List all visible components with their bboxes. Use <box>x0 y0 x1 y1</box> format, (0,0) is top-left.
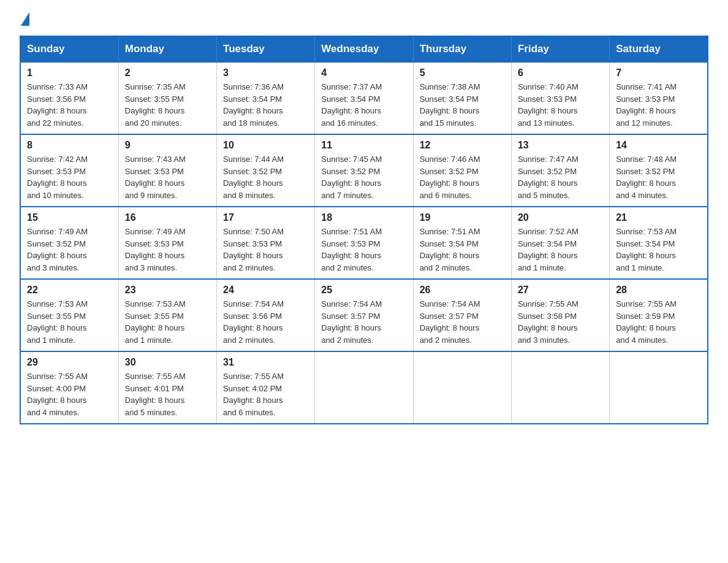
day-info: Sunrise: 7:33 AMSunset: 3:56 PMDaylight:… <box>27 82 88 128</box>
day-info: Sunrise: 7:42 AMSunset: 3:53 PMDaylight:… <box>27 155 88 200</box>
calendar-cell: 6 Sunrise: 7:40 AMSunset: 3:53 PMDayligh… <box>511 62 609 134</box>
day-info: Sunrise: 7:55 AMSunset: 3:58 PMDaylight:… <box>518 299 578 345</box>
calendar-cell: 31 Sunrise: 7:55 AMSunset: 4:02 PMDaylig… <box>217 351 315 424</box>
day-info: Sunrise: 7:54 AMSunset: 3:56 PMDaylight:… <box>223 299 284 345</box>
day-info: Sunrise: 7:53 AMSunset: 3:55 PMDaylight:… <box>125 299 186 345</box>
day-info: Sunrise: 7:43 AMSunset: 3:53 PMDaylight:… <box>125 155 186 200</box>
day-number: 15 <box>27 212 112 223</box>
calendar-week-row: 29 Sunrise: 7:55 AMSunset: 4:00 PMDaylig… <box>20 351 708 424</box>
day-number: 20 <box>518 212 603 223</box>
calendar-table: SundayMondayTuesdayWednesdayThursdayFrid… <box>20 36 708 424</box>
day-info: Sunrise: 7:50 AMSunset: 3:53 PMDaylight:… <box>223 227 284 272</box>
day-info: Sunrise: 7:38 AMSunset: 3:54 PMDaylight:… <box>420 82 480 128</box>
calendar-cell: 7 Sunrise: 7:41 AMSunset: 3:53 PMDayligh… <box>610 62 708 134</box>
logo-triangle-icon <box>21 12 29 26</box>
calendar-cell: 9 Sunrise: 7:43 AMSunset: 3:53 PMDayligh… <box>118 134 216 207</box>
day-number: 7 <box>616 67 701 79</box>
calendar-week-row: 15 Sunrise: 7:49 AMSunset: 3:52 PMDaylig… <box>20 207 708 279</box>
weekday-header-friday: Friday <box>511 36 609 62</box>
calendar-cell: 23 Sunrise: 7:53 AMSunset: 3:55 PMDaylig… <box>118 279 216 351</box>
day-number: 4 <box>321 67 406 79</box>
day-info: Sunrise: 7:55 AMSunset: 4:02 PMDaylight:… <box>223 372 284 417</box>
day-number: 21 <box>616 212 701 223</box>
logo-top <box>20 15 29 26</box>
day-number: 6 <box>518 67 603 79</box>
weekday-header-saturday: Saturday <box>610 36 708 62</box>
day-number: 28 <box>616 285 701 296</box>
weekday-header-wednesday: Wednesday <box>315 36 413 62</box>
calendar-cell: 19 Sunrise: 7:51 AMSunset: 3:54 PMDaylig… <box>413 207 511 279</box>
calendar-cell: 26 Sunrise: 7:54 AMSunset: 3:57 PMDaylig… <box>413 279 511 351</box>
calendar-cell: 17 Sunrise: 7:50 AMSunset: 3:53 PMDaylig… <box>217 207 315 279</box>
weekday-header-monday: Monday <box>118 36 216 62</box>
calendar-cell: 24 Sunrise: 7:54 AMSunset: 3:56 PMDaylig… <box>217 279 315 351</box>
day-info: Sunrise: 7:54 AMSunset: 3:57 PMDaylight:… <box>321 299 382 345</box>
calendar-week-row: 1 Sunrise: 7:33 AMSunset: 3:56 PMDayligh… <box>20 62 708 134</box>
day-info: Sunrise: 7:55 AMSunset: 4:01 PMDaylight:… <box>125 372 186 417</box>
day-number: 2 <box>125 67 210 79</box>
calendar-cell: 15 Sunrise: 7:49 AMSunset: 3:52 PMDaylig… <box>20 207 118 279</box>
day-number: 26 <box>420 285 505 296</box>
calendar-cell: 5 Sunrise: 7:38 AMSunset: 3:54 PMDayligh… <box>413 62 511 134</box>
calendar-cell <box>413 351 511 424</box>
calendar-cell: 11 Sunrise: 7:45 AMSunset: 3:52 PMDaylig… <box>315 134 413 207</box>
calendar-cell <box>511 351 609 424</box>
calendar-cell: 12 Sunrise: 7:46 AMSunset: 3:52 PMDaylig… <box>413 134 511 207</box>
weekday-header-sunday: Sunday <box>20 36 118 62</box>
day-number: 29 <box>27 357 112 368</box>
day-number: 24 <box>223 285 308 296</box>
calendar-cell: 29 Sunrise: 7:55 AMSunset: 4:00 PMDaylig… <box>20 351 118 424</box>
day-number: 27 <box>518 285 603 296</box>
weekday-header-tuesday: Tuesday <box>217 36 315 62</box>
day-info: Sunrise: 7:45 AMSunset: 3:52 PMDaylight:… <box>321 155 382 200</box>
day-info: Sunrise: 7:49 AMSunset: 3:52 PMDaylight:… <box>27 227 88 272</box>
logo <box>20 15 29 25</box>
day-number: 10 <box>223 140 308 151</box>
day-number: 16 <box>125 212 210 223</box>
day-info: Sunrise: 7:55 AMSunset: 3:59 PMDaylight:… <box>616 299 677 345</box>
calendar-cell: 20 Sunrise: 7:52 AMSunset: 3:54 PMDaylig… <box>511 207 609 279</box>
day-info: Sunrise: 7:44 AMSunset: 3:52 PMDaylight:… <box>223 155 284 200</box>
calendar-cell: 1 Sunrise: 7:33 AMSunset: 3:56 PMDayligh… <box>20 62 118 134</box>
calendar-cell: 8 Sunrise: 7:42 AMSunset: 3:53 PMDayligh… <box>20 134 118 207</box>
day-info: Sunrise: 7:37 AMSunset: 3:54 PMDaylight:… <box>321 82 382 128</box>
calendar-cell: 3 Sunrise: 7:36 AMSunset: 3:54 PMDayligh… <box>217 62 315 134</box>
page-header <box>20 15 708 25</box>
day-info: Sunrise: 7:55 AMSunset: 4:00 PMDaylight:… <box>27 372 88 417</box>
calendar-cell: 13 Sunrise: 7:47 AMSunset: 3:52 PMDaylig… <box>511 134 609 207</box>
calendar-cell: 4 Sunrise: 7:37 AMSunset: 3:54 PMDayligh… <box>315 62 413 134</box>
calendar-cell: 16 Sunrise: 7:49 AMSunset: 3:53 PMDaylig… <box>118 207 216 279</box>
day-number: 13 <box>518 140 603 151</box>
day-number: 31 <box>223 357 308 368</box>
calendar-cell: 21 Sunrise: 7:53 AMSunset: 3:54 PMDaylig… <box>610 207 708 279</box>
calendar-cell: 10 Sunrise: 7:44 AMSunset: 3:52 PMDaylig… <box>217 134 315 207</box>
day-number: 25 <box>321 285 406 296</box>
day-info: Sunrise: 7:46 AMSunset: 3:52 PMDaylight:… <box>420 155 480 200</box>
day-number: 1 <box>27 67 112 79</box>
calendar-cell: 22 Sunrise: 7:53 AMSunset: 3:55 PMDaylig… <box>20 279 118 351</box>
day-number: 11 <box>321 140 406 151</box>
calendar-cell <box>610 351 708 424</box>
day-info: Sunrise: 7:47 AMSunset: 3:52 PMDaylight:… <box>518 155 578 200</box>
day-number: 5 <box>420 67 505 79</box>
day-info: Sunrise: 7:35 AMSunset: 3:55 PMDaylight:… <box>125 82 186 128</box>
day-info: Sunrise: 7:40 AMSunset: 3:53 PMDaylight:… <box>518 82 578 128</box>
day-number: 19 <box>420 212 505 223</box>
day-number: 22 <box>27 285 112 296</box>
calendar-week-row: 22 Sunrise: 7:53 AMSunset: 3:55 PMDaylig… <box>20 279 708 351</box>
day-number: 12 <box>420 140 505 151</box>
day-number: 9 <box>125 140 210 151</box>
calendar-cell: 18 Sunrise: 7:51 AMSunset: 3:53 PMDaylig… <box>315 207 413 279</box>
day-info: Sunrise: 7:51 AMSunset: 3:53 PMDaylight:… <box>321 227 382 272</box>
calendar-cell: 25 Sunrise: 7:54 AMSunset: 3:57 PMDaylig… <box>315 279 413 351</box>
weekday-header-thursday: Thursday <box>413 36 511 62</box>
calendar-cell: 30 Sunrise: 7:55 AMSunset: 4:01 PMDaylig… <box>118 351 216 424</box>
calendar-cell: 14 Sunrise: 7:48 AMSunset: 3:52 PMDaylig… <box>610 134 708 207</box>
day-number: 23 <box>125 285 210 296</box>
day-number: 14 <box>616 140 701 151</box>
day-info: Sunrise: 7:54 AMSunset: 3:57 PMDaylight:… <box>420 299 480 345</box>
day-info: Sunrise: 7:53 AMSunset: 3:55 PMDaylight:… <box>27 299 88 345</box>
calendar-cell: 28 Sunrise: 7:55 AMSunset: 3:59 PMDaylig… <box>610 279 708 351</box>
calendar-header-row: SundayMondayTuesdayWednesdayThursdayFrid… <box>20 36 708 62</box>
day-info: Sunrise: 7:52 AMSunset: 3:54 PMDaylight:… <box>518 227 578 272</box>
